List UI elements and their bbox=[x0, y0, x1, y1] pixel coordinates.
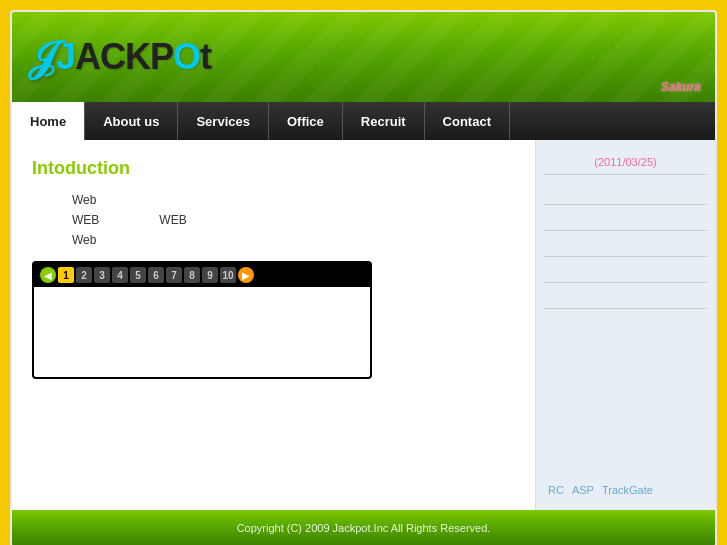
nav-item-aboutus[interactable]: About us bbox=[85, 102, 178, 140]
slider-controls: ◀ 1 2 3 4 5 6 7 8 9 10 bbox=[34, 263, 370, 287]
sidebar-link-rc[interactable]: RC bbox=[548, 484, 564, 496]
logo-text: JACKPOt bbox=[56, 36, 211, 78]
outer-frame: 𝒥 JACKPOt Sakura Home About us Services … bbox=[0, 0, 727, 545]
intro-row-3: Web bbox=[32, 233, 515, 247]
intro-rows: Web WEB WEB Web bbox=[32, 193, 515, 247]
slider-display bbox=[34, 287, 370, 377]
intro-row-2-text1: WEB bbox=[72, 213, 99, 227]
logo-icon: 𝒥 bbox=[30, 36, 52, 78]
sidebar-row-4 bbox=[544, 261, 707, 283]
intro-title: Intoduction bbox=[32, 158, 515, 179]
intro-row-2-text2: WEB bbox=[159, 213, 186, 227]
slide-num-3[interactable]: 3 bbox=[94, 267, 110, 283]
slide-num-10[interactable]: 10 bbox=[220, 267, 236, 283]
slide-num-5[interactable]: 5 bbox=[130, 267, 146, 283]
nav-item-contact[interactable]: Contact bbox=[425, 102, 510, 140]
sidebar-row-5 bbox=[544, 287, 707, 309]
main-layout: Intoduction Web WEB WEB Web ◀ 1 bbox=[12, 140, 715, 510]
sidebar-date: (2011/03/25) bbox=[544, 150, 707, 175]
nav-item-office[interactable]: Office bbox=[269, 102, 343, 140]
logo-area: 𝒥 JACKPOt bbox=[30, 36, 211, 78]
slider-prev-button[interactable]: ◀ bbox=[40, 267, 56, 283]
sakura-badge: Sakura bbox=[661, 80, 701, 94]
slide-num-7[interactable]: 7 bbox=[166, 267, 182, 283]
slide-num-9[interactable]: 9 bbox=[202, 267, 218, 283]
slide-num-2[interactable]: 2 bbox=[76, 267, 92, 283]
slide-num-1[interactable]: 1 bbox=[58, 267, 74, 283]
content-area: Intoduction Web WEB WEB Web ◀ 1 bbox=[12, 140, 535, 510]
sidebar: (2011/03/25) RC ASP TrackGate bbox=[535, 140, 715, 510]
slider-numbers: 1 2 3 4 5 6 7 8 9 10 bbox=[58, 267, 236, 283]
sidebar-links: RC ASP TrackGate bbox=[544, 476, 707, 500]
slider-next-button[interactable]: ▶ bbox=[238, 267, 254, 283]
slide-num-4[interactable]: 4 bbox=[112, 267, 128, 283]
nav-item-recruit[interactable]: Recruit bbox=[343, 102, 425, 140]
sidebar-row-3 bbox=[544, 235, 707, 257]
nav-bar: Home About us Services Office Recruit Co… bbox=[12, 102, 715, 140]
inner-frame: 𝒥 JACKPOt Sakura Home About us Services … bbox=[10, 10, 717, 545]
nav-item-services[interactable]: Services bbox=[178, 102, 269, 140]
intro-row-2: WEB WEB bbox=[32, 213, 515, 227]
header: 𝒥 JACKPOt Sakura bbox=[12, 12, 715, 102]
sidebar-link-trackgate[interactable]: TrackGate bbox=[602, 484, 653, 496]
sidebar-row-1 bbox=[544, 183, 707, 205]
nav-item-home[interactable]: Home bbox=[12, 102, 85, 140]
footer: Copyright (C) 2009 Jackpot.Inc All Right… bbox=[12, 510, 715, 545]
sidebar-link-asp[interactable]: ASP bbox=[572, 484, 594, 496]
slide-num-6[interactable]: 6 bbox=[148, 267, 164, 283]
slider-container: ◀ 1 2 3 4 5 6 7 8 9 10 bbox=[32, 261, 372, 379]
footer-text: Copyright (C) 2009 Jackpot.Inc All Right… bbox=[237, 522, 491, 534]
slide-num-8[interactable]: 8 bbox=[184, 267, 200, 283]
intro-row-1: Web bbox=[32, 193, 515, 207]
sidebar-row-2 bbox=[544, 209, 707, 231]
